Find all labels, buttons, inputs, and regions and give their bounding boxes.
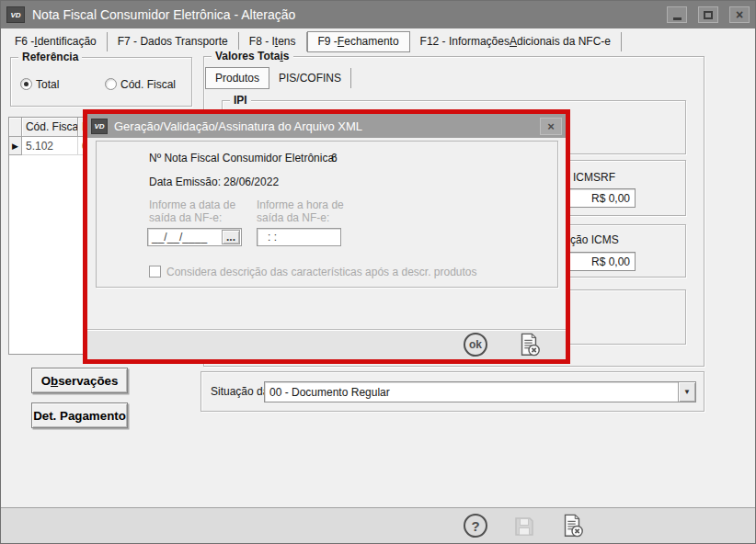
ok-icon: ok (469, 338, 482, 351)
dialog-body: Nº Nota Fiscal Consumidor Eletrônica: 6 … (87, 138, 566, 359)
cancel-document-button[interactable] (559, 513, 585, 538)
close-icon: × (736, 8, 743, 21)
chevron-down-icon: ▼ (683, 388, 691, 396)
ok-button[interactable]: ok (464, 333, 487, 357)
hora-saida-input[interactable]: : : (257, 228, 341, 246)
main-window: VD Nota Fiscal Consumidor Eletrônica - A… (0, 0, 756, 544)
hora-saida-value: : : (258, 231, 277, 244)
dialog-titlebar[interactable]: VD Geração/Validação/Assinatura do Arqui… (87, 114, 566, 138)
nf-number-value: 6 (331, 152, 338, 164)
observacoes-button[interactable]: Observações (31, 368, 128, 393)
valores-totais-legend: Valores Totais (212, 50, 293, 62)
hora-saida-label-line2: saída da NF-e: (257, 211, 329, 224)
data-saida-input[interactable]: __/__/____ ... (147, 228, 242, 246)
minimize-button[interactable] (667, 6, 687, 23)
dialog-close-button[interactable]: × (540, 118, 562, 135)
xml-generation-dialog: VD Geração/Validação/Assinatura do Arqui… (83, 109, 570, 364)
close-icon: × (547, 119, 555, 133)
radio-total[interactable] (20, 78, 32, 90)
emissao-value: 28/06/2022 (223, 176, 279, 188)
date-picker-button[interactable]: ... (222, 230, 240, 244)
data-saida-label-line1: Informe a data de (149, 198, 235, 211)
close-button[interactable]: × (729, 6, 750, 23)
referencia-group: Referência Total Cód. Fiscal (10, 57, 192, 107)
data-saida-value: __/__/____ (148, 231, 207, 244)
referencia-legend: Referência (18, 51, 82, 63)
det-pagamento-button[interactable]: Det. Pagamento (31, 402, 128, 428)
radio-cod-fiscal-label[interactable]: Cód. Fiscal (120, 78, 176, 91)
radio-total-label[interactable]: Total (36, 78, 59, 91)
grid-cell-cod-fiscal: 5.102 (22, 137, 78, 155)
tab-f8-itens[interactable]: F8 - Itens (239, 32, 307, 51)
maximize-icon (704, 11, 713, 19)
help-icon: ? (471, 518, 479, 534)
grid-header-cod-fiscal[interactable]: Cód. Fiscal (22, 118, 78, 137)
tab-f12-informacoes-adicionais[interactable]: F12 - Informações Adicionais da NFC-e (410, 32, 622, 51)
icms-label: ção ICMS (570, 233, 619, 246)
minimize-icon (673, 17, 682, 20)
save-icon (512, 515, 536, 538)
tab-f7-dados-transporte[interactable]: F7 - Dados Transporte (108, 32, 239, 51)
combo-arrow-button[interactable]: ▼ (678, 382, 695, 402)
valores-tab-strip: Produtos PIS/COFINS (205, 67, 351, 89)
ipi-legend: IPI (230, 94, 251, 107)
maximize-button[interactable] (698, 6, 718, 23)
nf-number-label: Nº Nota Fiscal Consumidor Eletrônica: (149, 152, 337, 164)
hora-saida-label-line1: Informe a hora de (257, 198, 344, 211)
dialog-app-icon: VD (91, 119, 108, 134)
data-saida-label-line2: saída da NF-e: (149, 211, 222, 224)
tab-f6-identificacao[interactable]: F6 - Identificação (5, 32, 108, 51)
emissao-label: Data Emissão: (149, 176, 221, 188)
cancel-document-button[interactable] (516, 332, 542, 357)
descricao-checkbox (149, 266, 161, 278)
tab-pis-cofins[interactable]: PIS/COFINS (269, 68, 351, 88)
tab-strip: F6 - Identificação F7 - Dados Transporte… (1, 29, 755, 53)
icmsrf-label: ICMSRF (573, 171, 615, 184)
situacao-group: Situação da NF: 00 - Documento Regular ▼ (200, 371, 704, 412)
descricao-checkbox-label: Considera descrição das características … (166, 266, 477, 278)
dialog-title: Geração/Validação/Assinatura do Arquivo … (114, 119, 533, 133)
grid-row-marker: ▶ (9, 137, 22, 155)
radio-cod-fiscal[interactable] (105, 78, 117, 90)
window-titlebar[interactable]: VD Nota Fiscal Consumidor Eletrônica - A… (1, 1, 755, 28)
tab-f9-fechamento[interactable]: F9 - Fechamento (307, 31, 410, 52)
grid-header-selector[interactable] (9, 118, 22, 137)
situacao-combo[interactable]: 00 - Documento Regular ▼ (264, 381, 696, 402)
bottom-toolbar: ? (1, 507, 755, 543)
help-button[interactable]: ? (464, 514, 487, 538)
tab-produtos[interactable]: Produtos (205, 67, 269, 89)
app-icon: VD (6, 6, 25, 23)
dialog-footer: ok (87, 329, 566, 359)
dialog-panel: Nº Nota Fiscal Consumidor Eletrônica: 6 … (96, 141, 558, 288)
situacao-value: 00 - Documento Regular (265, 382, 678, 402)
window-title: Nota Fiscal Consumidor Eletrônica - Alte… (32, 7, 656, 22)
